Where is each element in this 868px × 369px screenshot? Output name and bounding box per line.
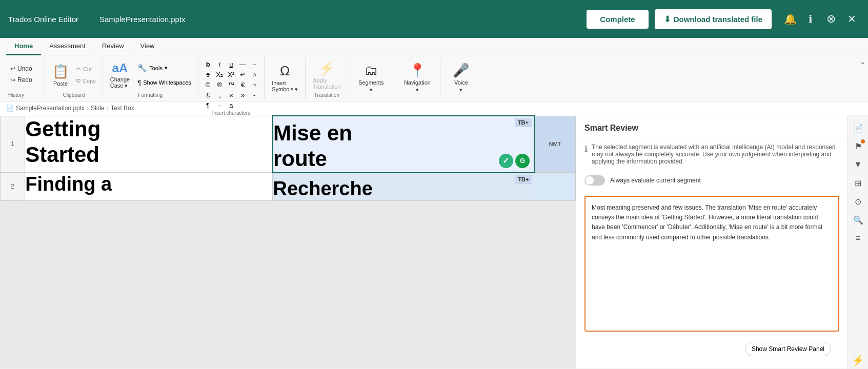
- settings-icon[interactable]: ⊗: [823, 11, 839, 27]
- breadcrumb: 📄 SamplePresentation.pptx › Slide › Text…: [0, 101, 868, 115]
- download-icon: ⬇: [664, 14, 671, 24]
- voice-button[interactable]: 🎤 Voice ▾: [450, 60, 472, 95]
- navigation-group: 📍 Navigation ▾: [394, 57, 440, 99]
- source-cell-2: Finding a: [25, 173, 273, 201]
- search-side-icon[interactable]: 🔍: [850, 212, 866, 228]
- show-whitespaces-icon: ¶: [137, 79, 141, 87]
- ribbon-expand-icon[interactable]: ⌄: [860, 57, 866, 66]
- fmt-strike[interactable]: s: [203, 70, 214, 79]
- clipboard-label: Clipboard: [63, 92, 85, 99]
- redo-button[interactable]: ↪ Redo: [8, 75, 34, 85]
- fmt-bold[interactable]: b: [203, 59, 214, 69]
- fmt-sub[interactable]: X₂: [214, 70, 225, 79]
- main-content: 1 GettingStarted TB+ Mise enroute ✏ ✓ G …: [0, 115, 868, 368]
- fmt-dash[interactable]: -: [214, 100, 225, 110]
- format-chars-group: b i u — – s X₂ X² ↵ ○ © ® ™ € ¬ £ „ « » …: [198, 57, 265, 99]
- target-cell-1[interactable]: TB+ Mise enroute ✏ ✓ G: [273, 116, 534, 173]
- fmt-euro[interactable]: €: [237, 80, 249, 90]
- fmt-dash2[interactable]: –: [249, 59, 260, 69]
- approve-icon[interactable]: ✓: [499, 154, 513, 168]
- document-side-icon[interactable]: 📄: [850, 119, 866, 136]
- tab-view[interactable]: View: [132, 38, 163, 55]
- insert-symbols-button[interactable]: Ω InsertSymbols ▾: [269, 61, 301, 95]
- fmt-hyph[interactable]: -: [249, 90, 260, 100]
- file-icon: 📄: [6, 105, 14, 112]
- smart-review-side-icon[interactable]: ⚡: [850, 352, 866, 368]
- status-cell-2: [534, 173, 576, 201]
- translation-label: Translation: [314, 92, 339, 99]
- tb-badge-2: TB+: [515, 175, 532, 184]
- copy-button[interactable]: ⧉ Copy: [74, 76, 98, 86]
- redo-icon: ↪: [10, 76, 15, 84]
- always-evaluate-toggle[interactable]: [584, 175, 605, 186]
- breadcrumb-file: SamplePresentation.pptx: [16, 105, 85, 112]
- navigation-button[interactable]: 📍 Navigation ▾: [401, 60, 434, 95]
- paste-button[interactable]: 📋 Paste: [49, 61, 72, 89]
- filter-side-icon[interactable]: ▼: [850, 156, 866, 173]
- fmt-return[interactable]: ↵: [237, 70, 249, 79]
- fmt-copy[interactable]: ©: [203, 80, 214, 90]
- download-label: Download translated file: [674, 15, 762, 24]
- tab-review[interactable]: Review: [94, 38, 132, 55]
- voice-label: Voice: [454, 79, 468, 86]
- always-evaluate-row: Always evaluate current segment: [576, 171, 847, 192]
- fmt-circle[interactable]: ○: [249, 70, 260, 79]
- list-side-icon[interactable]: ≡: [850, 230, 866, 247]
- grammarly-icon[interactable]: G: [515, 154, 530, 168]
- tab-home[interactable]: Home: [6, 38, 41, 55]
- tools-label: Tools: [149, 65, 163, 71]
- table-row: 2 Finding a TB+ Recherche: [1, 173, 576, 201]
- fmt-raquo[interactable]: »: [237, 90, 249, 100]
- show-smart-review-button[interactable]: Show Smart Review Panel: [745, 342, 831, 356]
- fmt-italic[interactable]: i: [214, 59, 225, 69]
- segments-button[interactable]: 🗂 Segments ▾: [355, 60, 387, 95]
- voice-icon: 🎤: [453, 63, 469, 78]
- target-cell-2[interactable]: TB+ Recherche: [273, 173, 534, 201]
- smart-review-panel: Smart Review ℹ The selected segment is e…: [576, 115, 847, 368]
- close-icon[interactable]: ✕: [843, 11, 860, 27]
- concordance-side-icon[interactable]: ⊙: [850, 193, 866, 210]
- complete-button[interactable]: Complete: [587, 10, 648, 29]
- translation-table: 1 GettingStarted TB+ Mise enroute ✏ ✓ G …: [0, 115, 576, 201]
- tools-arrow: ▾: [165, 65, 168, 71]
- review-content: Most meaning preserved and few issues. T…: [584, 196, 839, 332]
- top-bar-divider: [89, 11, 89, 27]
- show-whitespaces-button[interactable]: ¶ Show Whitespaces: [135, 77, 194, 88]
- undo-button[interactable]: ↩ Undo: [8, 64, 34, 73]
- tab-assessment[interactable]: Assessment: [41, 38, 94, 55]
- bottom-icons-1: ✓ G: [499, 154, 530, 168]
- fmt-tm[interactable]: ™: [226, 80, 237, 90]
- fmt-not[interactable]: ¬: [249, 80, 260, 90]
- row-number-2: 2: [1, 173, 25, 201]
- apply-translation-button[interactable]: ⚡ ApplyTranslation: [310, 58, 344, 92]
- fmt-pound[interactable]: £: [203, 90, 214, 100]
- change-case-button[interactable]: aA ChangeCase ▾: [107, 59, 133, 91]
- source-cell-1: GettingStarted: [25, 116, 273, 173]
- formatting-group: aA ChangeCase ▾ 🔧 Tools ▾ ¶ Show Whitesp…: [103, 57, 198, 99]
- clipboard-group: 📋 Paste ✂ Cut ⧉ Copy Clipboard: [45, 57, 103, 99]
- translation-memory-side-icon[interactable]: ⊞: [850, 175, 866, 191]
- cut-button[interactable]: ✂ Cut: [74, 64, 98, 74]
- notifications-icon[interactable]: 🔔: [782, 11, 798, 27]
- info-icon[interactable]: ℹ: [802, 11, 819, 27]
- breadcrumb-textbox: Text Box: [111, 105, 134, 112]
- fmt-dash1[interactable]: —: [237, 59, 249, 69]
- target-text-2: Recherche: [273, 173, 534, 201]
- issues-side-icon[interactable]: ⚑: [850, 138, 866, 154]
- fmt-para[interactable]: ¶: [203, 100, 214, 110]
- fmt-sup[interactable]: X²: [226, 70, 237, 79]
- undo-icon: ↩: [10, 65, 15, 72]
- download-button[interactable]: ⬇ Download translated file: [655, 9, 772, 29]
- fmt-low9[interactable]: „: [214, 90, 225, 100]
- review-text: Most meaning preserved and few issues. T…: [592, 204, 822, 241]
- history-label: History: [8, 92, 41, 99]
- smart-review-bottom-icon[interactable]: ⚡: [850, 352, 866, 368]
- tools-icon: 🔧: [137, 64, 147, 73]
- toggle-label: Always evaluate current segment: [610, 177, 701, 184]
- tools-button[interactable]: 🔧 Tools ▾: [135, 62, 194, 74]
- paste-label: Paste: [53, 80, 68, 87]
- fmt-underline[interactable]: u: [226, 59, 237, 69]
- fmt-laquo[interactable]: «: [226, 90, 237, 100]
- fmt-a[interactable]: a: [226, 100, 237, 110]
- fmt-reg[interactable]: ®: [214, 80, 225, 90]
